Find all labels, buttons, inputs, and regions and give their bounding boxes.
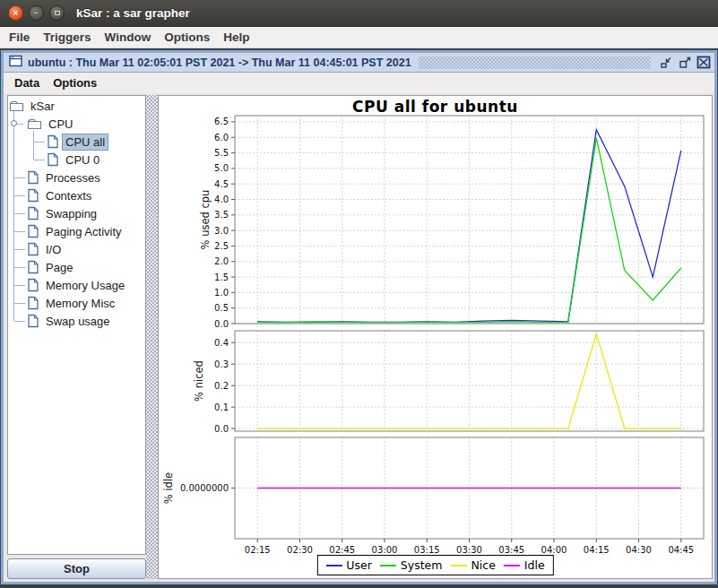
tree-item-i-o[interactable]: I/O [8, 240, 145, 258]
tree-connector-line [34, 160, 45, 160]
legend-swatch [380, 565, 396, 566]
legend-item-system: System [380, 558, 443, 572]
svg-text:4.0: 4.0 [214, 195, 229, 204]
svg-text:0.4: 0.4 [214, 338, 229, 348]
svg-text:0.0: 0.0 [214, 319, 229, 329]
close-window-button[interactable]: × [8, 5, 23, 21]
internal-frame-icon [9, 55, 22, 71]
doc-icon [27, 260, 39, 274]
svg-text:03:00: 03:00 [372, 545, 398, 555]
stop-button[interactable]: Stop [7, 558, 146, 579]
tree-connector-line [14, 321, 25, 322]
menu-item-options[interactable]: Options [52, 74, 98, 91]
svg-text:6.0: 6.0 [214, 133, 229, 143]
svg-text:0.3: 0.3 [214, 359, 229, 369]
svg-text:1.0: 1.0 [214, 288, 229, 298]
tree-connector-line [14, 195, 25, 196]
graph-tree-panel: kSarCPUCPU allCPU 0ProcessesContextsSwap… [7, 95, 146, 555]
menu-item-file[interactable]: File [8, 29, 30, 46]
svg-text:04:45: 04:45 [668, 545, 694, 555]
doc-icon [27, 224, 39, 238]
tree-item-processes[interactable]: Processes [8, 169, 145, 186]
menu-item-window[interactable]: Window [104, 29, 152, 46]
tree-item-label: Processes [43, 170, 103, 186]
menu-item-data[interactable]: Data [13, 74, 40, 91]
tree-item-cpu-all[interactable]: CPU all [8, 133, 145, 151]
svg-text:% idle: % idle [162, 472, 175, 504]
tree-item-label: Contexts [43, 188, 94, 203]
svg-text:2.0: 2.0 [214, 256, 229, 266]
tree-item-memory-usage[interactable]: Memory Usage [8, 276, 145, 294]
tree-item-label: Swapping [43, 206, 99, 221]
tree-item-paging-activity[interactable]: Paging Activity [8, 222, 145, 240]
tree-connector-line [14, 249, 25, 250]
tree-item-memory-misc[interactable]: Memory Misc [8, 294, 145, 312]
legend-item-idle: Idle [504, 558, 545, 572]
legend-label: Nice [471, 558, 495, 572]
svg-text:0.0000000: 0.0000000 [180, 483, 229, 493]
window-titlebar: × − kSar : a sar grapher [0, 0, 718, 27]
legend-swatch [504, 565, 520, 566]
svg-text:02:15: 02:15 [245, 545, 271, 555]
svg-text:4.5: 4.5 [214, 179, 229, 189]
menu-item-help[interactable]: Help [222, 29, 250, 46]
tree-item-label: CPU [46, 117, 75, 132]
internal-frame-title: ubuntu : Thu Mar 11 02:05:01 PST 2021 ->… [28, 56, 411, 69]
close-frame-button[interactable] [696, 55, 712, 71]
legend-swatch [450, 565, 466, 566]
maximize-window-button[interactable] [49, 5, 65, 21]
tree-expander-icon[interactable] [11, 120, 17, 126]
svg-text:2.5: 2.5 [214, 241, 229, 251]
minimize-window-button[interactable]: − [29, 5, 44, 21]
svg-text:03:45: 03:45 [498, 545, 524, 555]
legend-label: System [401, 558, 443, 572]
internal-frame: ubuntu : Thu Mar 11 02:05:01 PST 2021 ->… [1, 50, 717, 584]
folder-icon [9, 99, 24, 112]
svg-text:1.5: 1.5 [214, 272, 229, 282]
svg-text:04:00: 04:00 [541, 545, 567, 555]
internal-frame-titlebar[interactable]: ubuntu : Thu Mar 11 02:05:01 PST 2021 ->… [4, 53, 714, 73]
menu-item-triggers[interactable]: Triggers [42, 29, 91, 46]
tree-item-label: I/O [43, 242, 64, 257]
tree-connector-line [14, 285, 25, 286]
svg-text:03:30: 03:30 [456, 545, 482, 555]
svg-text:6.5: 6.5 [214, 117, 229, 126]
tree-item-label: Paging Activity [43, 224, 125, 239]
svg-text:3.0: 3.0 [214, 226, 229, 236]
svg-text:04:30: 04:30 [626, 545, 652, 555]
tree-connector-line [13, 111, 14, 321]
legend-item-nice: Nice [450, 558, 495, 572]
window-controls: × − [8, 5, 65, 21]
tree-item-cpu[interactable]: CPU [8, 115, 145, 133]
doc-icon [27, 206, 39, 220]
tree-item-contexts[interactable]: Contexts [8, 186, 145, 204]
svg-text:02:30: 02:30 [287, 545, 313, 555]
doc-icon [27, 278, 39, 292]
svg-text:03:15: 03:15 [414, 545, 440, 555]
tree-item-label: Page [43, 260, 75, 275]
doc-icon [47, 134, 59, 149]
doc-icon [27, 170, 39, 185]
splitpane-divider[interactable] [146, 95, 158, 579]
svg-text:04:15: 04:15 [584, 545, 610, 555]
svg-text:0.5: 0.5 [214, 303, 229, 313]
tree-item-cpu-0[interactable]: CPU 0 [8, 151, 145, 169]
tree-item-page[interactable]: Page [8, 258, 145, 276]
svg-text:5.0: 5.0 [214, 163, 229, 173]
legend-item-user: User [325, 558, 372, 572]
tree-item-swap-usage[interactable]: Swap usage [8, 312, 145, 330]
tree-connector-line [34, 142, 45, 143]
menu-item-options[interactable]: Options [163, 29, 211, 46]
tree-item-label: kSar [28, 99, 57, 114]
frame-content: kSarCPUCPU allCPU 0ProcessesContextsSwap… [4, 93, 714, 582]
cpu-combined-chart: 0.00.51.01.52.02.53.03.54.04.55.05.56.06… [159, 96, 709, 579]
tree-item-ksar[interactable]: kSar [8, 97, 145, 115]
sidebar: kSarCPUCPU allCPU 0ProcessesContextsSwap… [4, 93, 146, 582]
tree-item-swapping[interactable]: Swapping [8, 204, 145, 222]
tree-item-label: Memory Misc [43, 296, 117, 311]
maximize-button[interactable] [677, 55, 693, 71]
tree-item-label: CPU all [63, 134, 108, 150]
iconify-button[interactable] [658, 55, 674, 71]
doc-icon [47, 152, 59, 167]
internal-frame-controls [658, 55, 712, 71]
